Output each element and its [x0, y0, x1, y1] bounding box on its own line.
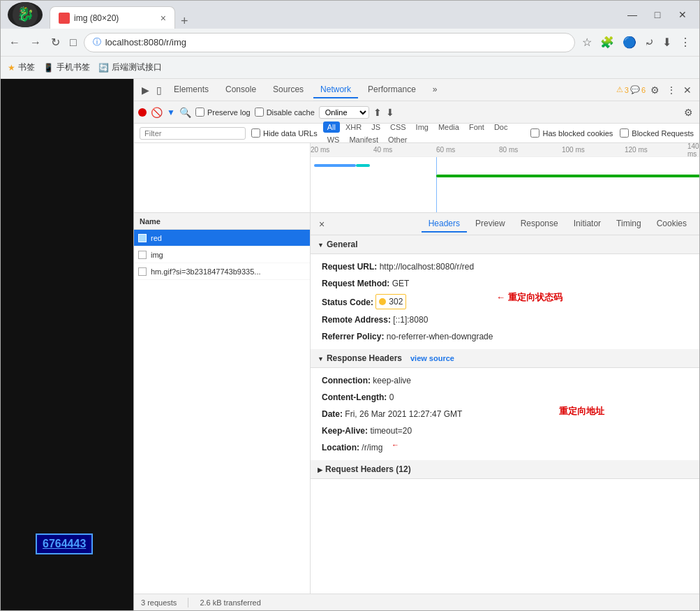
- devtools-settings-button[interactable]: ⚙: [648, 82, 662, 98]
- device-mode-button[interactable]: ▯: [154, 82, 164, 98]
- detail-tab-response[interactable]: Response: [514, 216, 565, 233]
- timeline-scale: 20 ms 40 ms 60 ms 80 ms 100 ms 120 ms 14…: [311, 143, 699, 157]
- detail-tab-preview[interactable]: Preview: [468, 216, 512, 233]
- search-button[interactable]: 🔍: [179, 107, 191, 118]
- clear-button[interactable]: 🚫: [151, 107, 163, 118]
- bookmark-item-star[interactable]: ★ 书签: [8, 61, 35, 73]
- location-annotation-right: 重定向地址: [559, 404, 604, 418]
- back-button[interactable]: ←: [6, 34, 23, 52]
- file-row-hm[interactable]: hm.gif?si=3b231847743b9335...: [134, 263, 310, 280]
- menu-button[interactable]: ⋮: [677, 33, 694, 52]
- tab-performance[interactable]: Performance: [361, 82, 423, 98]
- detail-tab-timing[interactable]: Timing: [609, 216, 648, 233]
- file-list: Name red img hm.gif?si=3b231847743b9335.…: [134, 213, 311, 594]
- request-url-key: Request URL:: [322, 262, 377, 272]
- file-name-red: red: [151, 234, 162, 242]
- sync-button[interactable]: ⤾: [642, 33, 657, 52]
- maximize-button[interactable]: □: [648, 7, 667, 22]
- tab-sources[interactable]: Sources: [266, 82, 311, 98]
- profile-button[interactable]: 🔵: [620, 33, 639, 52]
- blocked-requests-checkbox[interactable]: Blocked Requests: [620, 128, 694, 138]
- disable-cache-checkbox[interactable]: Disable cache: [255, 108, 315, 117]
- request-headers-section-header[interactable]: Request Headers (12): [311, 460, 699, 479]
- forward-button[interactable]: →: [27, 34, 44, 52]
- detail-tab-cookies[interactable]: Cookies: [650, 216, 694, 233]
- content-length-key: Content-Length:: [322, 392, 387, 402]
- phone-icon: 📱: [43, 63, 54, 73]
- has-blocked-cookies-input[interactable]: [530, 128, 539, 138]
- timeline-area: 20 ms 40 ms 60 ms 80 ms 100 ms 120 ms 14…: [134, 143, 699, 213]
- tab-network[interactable]: Network: [313, 82, 358, 98]
- url-display: localhost:8080/r/img: [105, 37, 186, 47]
- detail-tab-headers[interactable]: Headers: [422, 216, 467, 233]
- status-bar: 3 requests 2.6 kB transferred: [134, 594, 699, 610]
- devtools-more-button[interactable]: ⋮: [664, 82, 678, 98]
- preserve-log-input[interactable]: [195, 108, 204, 117]
- referrer-policy-key: Referrer Policy:: [322, 332, 384, 341]
- bookmark-item-backend[interactable]: 🔄 后端测试接口: [98, 61, 162, 73]
- record-button[interactable]: [138, 108, 147, 117]
- extensions-button[interactable]: 🧩: [597, 33, 617, 52]
- scale-mark-80: 80 ms: [499, 146, 518, 154]
- detail-tab-initiator[interactable]: Initiator: [567, 216, 608, 233]
- export-button[interactable]: ⬇: [386, 107, 394, 118]
- title-bar: 🐉 img (80×20) × + — □ ✕: [1, 1, 699, 29]
- download-button[interactable]: ⬇: [660, 33, 674, 52]
- webpage-link[interactable]: 6764443: [36, 533, 93, 554]
- detail-close-button[interactable]: ×: [316, 217, 327, 231]
- tab-close-button[interactable]: ×: [161, 13, 166, 24]
- inspect-element-button[interactable]: ▶: [140, 82, 151, 98]
- devtools-close-button[interactable]: ✕: [681, 82, 694, 98]
- requests-count: 3 requests: [141, 598, 177, 607]
- throttle-select[interactable]: Online Fast 3G Slow 3G Offline: [319, 106, 369, 119]
- timeline-right: 20 ms 40 ms 60 ms 80 ms 100 ms 120 ms 14…: [311, 143, 699, 212]
- active-tab[interactable]: img (80×20) ×: [50, 6, 175, 29]
- close-button[interactable]: ✕: [673, 7, 692, 22]
- filter-input[interactable]: [140, 127, 246, 140]
- content-length-val: 0: [389, 392, 394, 402]
- address-bar[interactable]: ⓘ localhost:8080/r/img: [84, 33, 575, 52]
- view-source-button[interactable]: view source: [410, 354, 454, 362]
- import-button[interactable]: ⬆: [373, 107, 382, 118]
- reload-button[interactable]: ↻: [48, 33, 63, 52]
- preserve-log-checkbox[interactable]: Preserve log: [195, 108, 251, 117]
- hide-data-urls-input[interactable]: [251, 128, 260, 138]
- alert-badge: ⚠ 3 💬 6: [616, 85, 646, 94]
- file-row-icon: [138, 251, 147, 259]
- request-headers-triangle-icon: [318, 464, 322, 474]
- filter-type-css[interactable]: CSS: [386, 122, 410, 133]
- hide-data-urls-label: Hide data URLs: [263, 129, 318, 138]
- hide-data-urls-checkbox[interactable]: Hide data URLs: [251, 128, 318, 138]
- filter-type-media[interactable]: Media: [434, 122, 463, 133]
- location-row: Location: /r/img ←: [322, 439, 688, 456]
- general-section-body: Request URL: http://localhost:8080/r/red…: [311, 254, 699, 349]
- name-column-header: Name: [140, 217, 161, 226]
- more-tabs-button[interactable]: »: [426, 82, 445, 98]
- file-row-img[interactable]: img: [134, 246, 310, 263]
- blocked-requests-input[interactable]: [620, 128, 629, 138]
- new-tab-button[interactable]: +: [175, 14, 194, 29]
- filter-type-doc[interactable]: Doc: [490, 122, 512, 133]
- filter-type-img[interactable]: Img: [412, 122, 433, 133]
- keep-alive-row: Keep-Alive: timeout=20: [322, 422, 688, 439]
- disable-cache-input[interactable]: [255, 108, 264, 117]
- minimize-button[interactable]: —: [623, 7, 642, 22]
- response-headers-section-header[interactable]: Response Headers view source: [311, 349, 699, 368]
- tab-bar: img (80×20) × +: [50, 1, 616, 29]
- webpage-panel: 6764443: [1, 79, 133, 610]
- general-section-header[interactable]: General: [311, 235, 699, 254]
- home-button[interactable]: □: [67, 34, 80, 52]
- file-row-red[interactable]: red: [134, 230, 310, 246]
- tab-elements[interactable]: Elements: [167, 82, 216, 98]
- filter-type-js[interactable]: JS: [367, 122, 385, 133]
- tab-console[interactable]: Console: [218, 82, 263, 98]
- scale-mark-100: 100 ms: [562, 146, 585, 154]
- network-settings-button[interactable]: ⚙: [682, 105, 695, 120]
- filter-type-font[interactable]: Font: [465, 122, 489, 133]
- bookmark-item-phone[interactable]: 📱 手机书签: [43, 61, 90, 73]
- detail-tabs: × Headers Preview Response Initiator Tim…: [311, 213, 699, 235]
- bookmark-star-button[interactable]: ☆: [579, 33, 595, 52]
- filter-type-all[interactable]: All: [323, 122, 340, 133]
- filter-type-xhr[interactable]: XHR: [341, 122, 366, 133]
- has-blocked-cookies-checkbox[interactable]: Has blocked cookies: [530, 128, 613, 138]
